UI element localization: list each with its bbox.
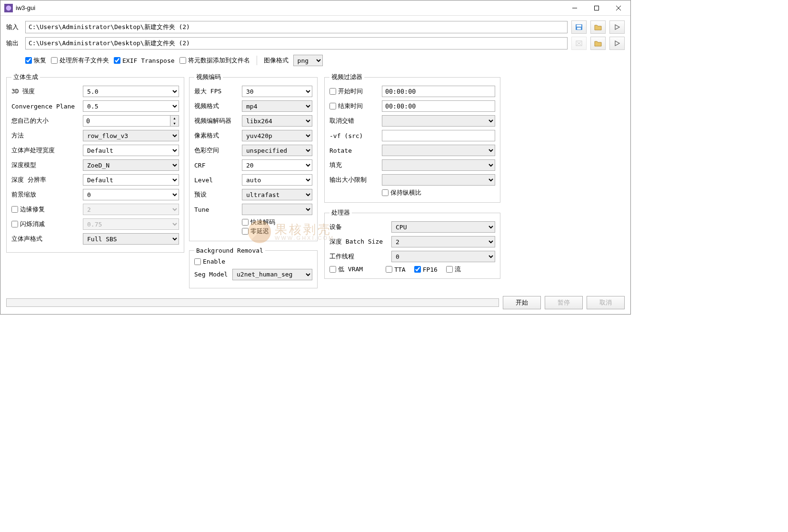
stereo-format-select[interactable]: Full SBS xyxy=(83,233,179,245)
convergence-select[interactable]: 0.5 xyxy=(83,100,179,112)
progress-bar xyxy=(6,298,499,307)
colorspace-label: 色彩空间 xyxy=(194,146,242,155)
deinterlace-select[interactable] xyxy=(382,115,495,127)
vf-src-field[interactable] xyxy=(382,130,495,141)
image-format-select[interactable]: png xyxy=(293,55,323,66)
convergence-label: Convergence Plane xyxy=(11,103,83,110)
colorspace-select[interactable]: unspecified xyxy=(242,145,312,156)
svg-rect-8 xyxy=(577,28,581,30)
foreground-select[interactable]: 0 xyxy=(83,189,179,200)
zero-latency-checkbox[interactable]: 零延迟 xyxy=(242,227,269,236)
depth-res-select[interactable]: Default xyxy=(83,174,179,186)
start-time-field[interactable] xyxy=(382,86,495,97)
input-browse-button[interactable] xyxy=(590,20,606,34)
rotate-select[interactable] xyxy=(382,145,495,156)
stereo-group: 立体生成 3D 强度 5.0 Convergence Plane 0.5 您自己… xyxy=(6,73,184,253)
level-select[interactable]: auto xyxy=(242,174,312,186)
method-label: 方法 xyxy=(11,131,83,140)
low-vram-checkbox[interactable]: 低 VRAM xyxy=(329,265,363,274)
stereo-width-select[interactable]: Default xyxy=(83,145,179,156)
fast-decode-checkbox[interactable]: 快速解码 xyxy=(242,218,275,227)
restore-checkbox[interactable]: 恢复 xyxy=(25,56,46,65)
tune-select[interactable] xyxy=(242,204,312,215)
image-format-label: 图像格式 xyxy=(264,56,289,65)
stereo-width-label: 立体声处理宽度 xyxy=(11,146,83,155)
output-label: 输出 xyxy=(6,39,23,48)
video-encoding-group: 视频编码 最大 FPS30 视频格式mp4 视频编解码器libx264 像素格式… xyxy=(189,73,318,241)
video-format-select[interactable]: mp4 xyxy=(242,100,312,112)
vf-src-label: -vf (src) xyxy=(329,132,382,139)
codec-select[interactable]: libx264 xyxy=(242,115,312,127)
strength-select[interactable]: 5.0 xyxy=(83,86,179,97)
output-path-field[interactable] xyxy=(25,37,568,49)
output-browse-button[interactable] xyxy=(590,37,606,50)
end-time-field[interactable] xyxy=(382,100,495,112)
padding-label: 填充 xyxy=(329,161,382,169)
start-button[interactable]: 开始 xyxy=(503,296,541,309)
tune-label: Tune xyxy=(194,206,242,213)
output-clear-button[interactable] xyxy=(571,37,587,50)
exif-transpose-checkbox[interactable]: EXIF Transpose xyxy=(114,57,175,64)
own-size-spinner[interactable] xyxy=(83,115,170,127)
pause-button[interactable]: 暂停 xyxy=(545,296,583,309)
input-save-button[interactable] xyxy=(571,20,587,34)
tta-checkbox[interactable]: TTA xyxy=(386,266,405,273)
start-time-checkbox[interactable]: 开始时间 xyxy=(329,87,382,96)
deinterlace-label: 取消交错 xyxy=(329,117,382,125)
processor-group: 处理器 设备CPU 深度 Batch Size2 工作线程0 低 VRAM TT… xyxy=(324,208,500,279)
video-format-label: 视频格式 xyxy=(194,102,242,110)
bg-enable-checkbox[interactable]: Enable xyxy=(194,258,225,265)
keep-aspect-checkbox[interactable]: 保持纵横比 xyxy=(382,188,421,197)
svg-rect-7 xyxy=(577,25,581,27)
titlebar: iw3-gui xyxy=(0,0,630,16)
pixel-format-select[interactable]: yuv420p xyxy=(242,130,312,141)
depth-model-label: 深度模型 xyxy=(11,161,83,169)
device-select[interactable]: CPU xyxy=(391,221,495,233)
stereo-format-label: 立体声格式 xyxy=(11,235,83,243)
close-button[interactable] xyxy=(608,1,629,15)
depth-model-select[interactable]: ZoeD_N xyxy=(83,159,179,171)
window-title: iw3-gui xyxy=(16,4,564,11)
minimize-button[interactable] xyxy=(564,1,586,15)
stream-checkbox[interactable]: 流 xyxy=(446,265,461,274)
own-size-label: 您自己的大小 xyxy=(11,117,83,125)
spin-up-icon[interactable]: ▲ xyxy=(170,116,179,121)
level-label: Level xyxy=(194,177,242,184)
edge-fix-checkbox[interactable]: 边缘修复 xyxy=(11,205,83,214)
fps-select[interactable]: 30 xyxy=(242,86,312,97)
preset-select[interactable]: ultrafast xyxy=(242,189,312,200)
output-play-button[interactable] xyxy=(609,37,625,50)
svg-point-1 xyxy=(6,5,11,10)
fps-label: 最大 FPS xyxy=(194,87,242,96)
cancel-button[interactable]: 取消 xyxy=(587,296,625,309)
output-limit-select[interactable] xyxy=(382,174,495,186)
device-label: 设备 xyxy=(329,223,391,231)
method-select[interactable]: row_flow_v3 xyxy=(83,130,179,141)
depth-res-label: 深度 分辨率 xyxy=(11,176,83,184)
fp16-checkbox[interactable]: FP16 xyxy=(414,266,438,273)
crf-label: CRF xyxy=(194,162,242,169)
maximize-button[interactable] xyxy=(586,1,608,15)
batch-size-select[interactable]: 2 xyxy=(391,236,495,247)
input-play-button[interactable] xyxy=(609,20,625,34)
video-filter-group: 视频过滤器 开始时间 结束时间 取消交错 -vf (src) Rotate 填充… xyxy=(324,73,500,203)
crf-select[interactable]: 20 xyxy=(242,159,312,171)
foreground-label: 前景缩放 xyxy=(11,190,83,199)
output-limit-label: 输出大小限制 xyxy=(329,176,382,184)
strength-label: 3D 强度 xyxy=(11,87,83,96)
process-subfolders-checkbox[interactable]: 处理所有子文件夹 xyxy=(51,56,109,65)
padding-select[interactable] xyxy=(382,159,495,171)
codec-label: 视频编解码器 xyxy=(194,117,242,125)
end-time-checkbox[interactable]: 结束时间 xyxy=(329,102,382,110)
metadata-filename-checkbox[interactable]: 将元数据添加到文件名 xyxy=(180,56,250,65)
edge-fix-select: 2 xyxy=(83,204,179,215)
flicker-checkbox[interactable]: 闪烁消减 xyxy=(11,220,83,228)
input-path-field[interactable] xyxy=(25,21,568,33)
preset-label: 预设 xyxy=(194,190,242,199)
svg-rect-3 xyxy=(595,6,599,10)
seg-model-select[interactable]: u2net_human_seg xyxy=(232,269,312,280)
pixel-format-label: 像素格式 xyxy=(194,131,242,140)
spin-down-icon[interactable]: ▼ xyxy=(170,121,179,126)
threads-label: 工作线程 xyxy=(329,252,391,261)
threads-select[interactable]: 0 xyxy=(391,251,495,262)
